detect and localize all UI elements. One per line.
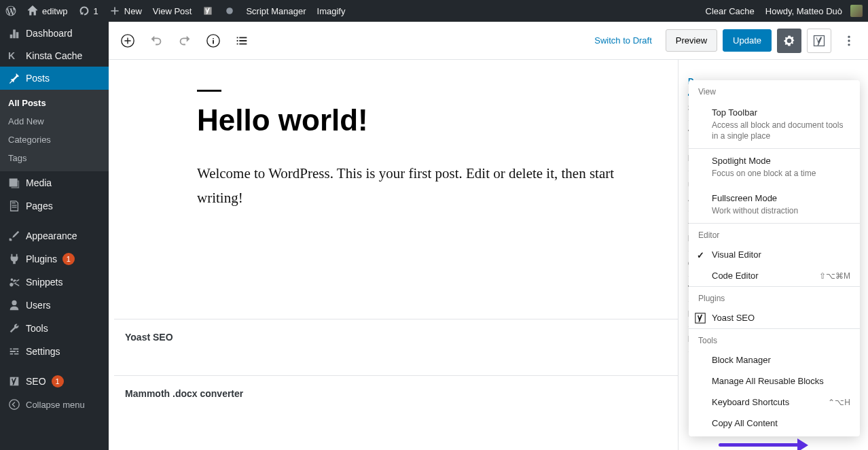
undo-icon	[149, 33, 164, 48]
keyboard-shortcuts-key: ⌃⌥H	[828, 398, 850, 407]
block-manager-label: Block Manager	[712, 355, 850, 365]
new-content[interactable]: New	[104, 0, 147, 22]
sliders-icon	[8, 345, 20, 358]
top-toolbar-desc: Access all block and document tools in a…	[712, 120, 850, 141]
submenu-tags[interactable]: Tags	[0, 149, 109, 167]
sidebar-item-settings[interactable]: Settings	[0, 340, 109, 363]
editor-area: Switch to Draft Preview Update D S V P ▢…	[109, 22, 868, 450]
reusable-blocks-label: Manage All Reusable Blocks	[712, 376, 850, 386]
sidebar-item-users[interactable]: Users	[0, 294, 109, 317]
annotation-arrow	[719, 443, 814, 450]
menu-item-reusable-blocks[interactable]: Manage All Reusable Blocks	[689, 370, 860, 392]
post-title[interactable]: Hello world!	[197, 94, 632, 137]
fullscreen-desc: Work without distraction	[712, 205, 850, 216]
menu-item-block-manager[interactable]: Block Manager	[689, 349, 860, 370]
sidebar-item-appearance[interactable]: Appearance	[0, 224, 109, 247]
redo-button[interactable]	[173, 29, 197, 53]
spotlight-label: Spotlight Mode	[712, 156, 850, 166]
more-menu-button[interactable]	[837, 29, 861, 53]
submenu-all-posts[interactable]: All Posts	[0, 94, 109, 112]
settings-gear-button[interactable]	[777, 29, 801, 53]
plugins-badge: 1	[62, 253, 75, 265]
yoast-panel-icon	[812, 34, 826, 48]
howdy-text: Howdy, Matteo Duò	[765, 6, 842, 16]
yoast-metabox-title: Yoast SEO	[125, 332, 173, 343]
plugins-label: Plugins	[26, 254, 57, 264]
wordpress-icon	[5, 5, 16, 16]
imagify-link[interactable]: Imagify	[312, 0, 351, 22]
kinsta-label: Kinsta Cache	[26, 50, 82, 61]
kebab-icon	[842, 34, 856, 48]
menu-item-copy-all[interactable]: Copy All Content	[689, 413, 860, 434]
yoast-adminbar[interactable]	[197, 0, 219, 22]
menu-item-top-toolbar[interactable]: Top Toolbar Access all block and documen…	[689, 101, 860, 149]
wp-logo[interactable]	[0, 0, 22, 22]
settings-label: Settings	[26, 346, 60, 357]
menu-item-code-editor[interactable]: Code Editor ⇧⌥⌘M	[689, 265, 860, 287]
code-editor-shortcut: ⇧⌥⌘M	[819, 271, 850, 281]
pin-icon	[8, 72, 20, 84]
post-body[interactable]: Welcome to WordPress. This is your first…	[197, 162, 632, 210]
seo-badge: 1	[52, 375, 64, 387]
svg-point-5	[848, 35, 850, 37]
sidebar-item-tools[interactable]: Tools	[0, 317, 109, 340]
script-manager-link[interactable]: Script Manager	[240, 0, 311, 22]
fullscreen-label: Fullscreen Mode	[712, 193, 850, 203]
preview-button[interactable]: Preview	[666, 29, 717, 52]
site-name[interactable]: editwp	[22, 0, 73, 22]
status-dot[interactable]	[219, 0, 240, 22]
updates[interactable]: 1	[73, 0, 104, 22]
sidebar-item-posts[interactable]: Posts	[0, 67, 109, 90]
menu-item-yoast[interactable]: Yoast SEO	[689, 307, 860, 329]
plug-icon	[8, 253, 20, 265]
menu-item-fullscreen[interactable]: Fullscreen Mode Work without distraction	[689, 186, 860, 224]
clear-cache-label: Clear Cache	[706, 6, 755, 16]
dashboard-label: Dashboard	[26, 28, 73, 39]
outline-button[interactable]	[230, 29, 254, 53]
scissors-icon	[8, 276, 20, 288]
editor-topbar: Switch to Draft Preview Update	[109, 22, 868, 60]
sidebar-item-snippets[interactable]: Snippets	[0, 271, 109, 294]
spotlight-desc: Focus on one block at a time	[712, 168, 850, 179]
menu-item-visual-editor[interactable]: ✓ Visual Editor	[689, 244, 860, 265]
menu-item-keyboard-shortcuts[interactable]: Keyboard Shortcuts ⌃⌥H	[689, 392, 860, 413]
posts-label: Posts	[26, 73, 50, 84]
circle-icon	[224, 5, 235, 16]
menu-section-view: View	[689, 80, 860, 101]
yoast-icon	[202, 5, 213, 16]
media-icon	[8, 177, 20, 189]
collapse-menu[interactable]: Collapse menu	[0, 393, 109, 416]
wrench-icon	[8, 322, 20, 334]
mammoth-metabox-title: Mammoth .docx converter	[125, 388, 243, 399]
dashboard-icon	[8, 27, 20, 39]
view-post-link[interactable]: View Post	[147, 0, 198, 22]
submenu-categories[interactable]: Categories	[0, 131, 109, 149]
yoast-panel-button[interactable]	[807, 29, 831, 53]
sidebar-item-plugins[interactable]: Plugins1	[0, 247, 109, 271]
more-options-menu: View Top Toolbar Access all block and do…	[689, 80, 860, 436]
my-account[interactable]: Howdy, Matteo Duò	[760, 0, 868, 22]
info-button[interactable]	[201, 29, 225, 53]
menu-item-spotlight[interactable]: Spotlight Mode Focus on one block at a t…	[689, 149, 860, 186]
check-icon: ✓	[697, 250, 704, 260]
add-block-button[interactable]	[115, 29, 140, 53]
submenu-add-new[interactable]: Add New	[0, 112, 109, 131]
appearance-label: Appearance	[26, 230, 77, 241]
switch-draft-button[interactable]: Switch to Draft	[586, 30, 660, 51]
list-icon	[234, 33, 249, 48]
undo-button[interactable]	[144, 29, 168, 53]
sidebar-item-seo[interactable]: SEO1	[0, 370, 109, 393]
sidebar-item-kinsta[interactable]: KKinsta Cache	[0, 45, 109, 67]
gear-icon	[782, 34, 796, 48]
yoast-menu-icon	[694, 312, 706, 324]
sidebar-item-dashboard[interactable]: Dashboard	[0, 22, 109, 45]
plus-circle-icon	[120, 33, 135, 48]
clear-cache-link[interactable]: Clear Cache	[700, 0, 760, 22]
sidebar-item-pages[interactable]: Pages	[0, 194, 109, 218]
user-icon	[8, 299, 20, 311]
media-label: Media	[26, 177, 52, 188]
pages-label: Pages	[26, 201, 53, 211]
sidebar-item-media[interactable]: Media	[0, 171, 109, 194]
home-icon	[27, 5, 38, 16]
update-button[interactable]: Update	[723, 29, 772, 52]
